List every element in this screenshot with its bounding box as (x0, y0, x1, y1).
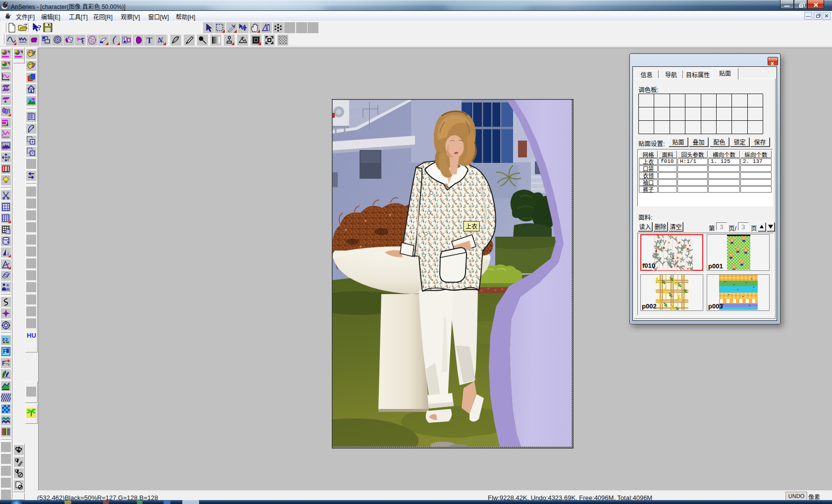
svg-text:FJ: FJ (2, 337, 8, 342)
svg-text:F: F (2, 360, 5, 367)
svg-text:F: F (3, 348, 6, 355)
svg-text:N: N (157, 36, 163, 44)
svg-text:?: ? (38, 24, 42, 32)
svg-text:上衣: 上衣 (466, 222, 477, 230)
svg-text:HU: HU (27, 332, 36, 339)
svg-text:T: T (147, 36, 153, 45)
